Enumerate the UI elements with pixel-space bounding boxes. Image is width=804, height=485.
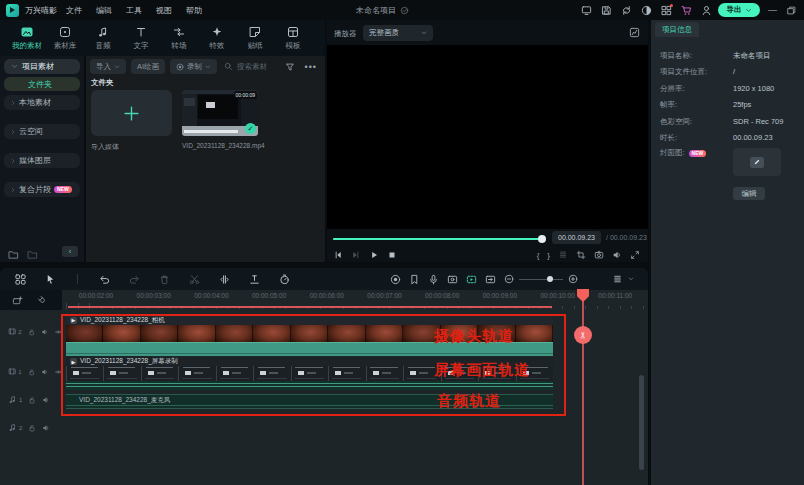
select-tool-icon[interactable] [45, 274, 56, 285]
mute-icon[interactable] [41, 328, 48, 336]
tab-贴纸[interactable]: 贴纸 [236, 20, 274, 56]
new-folder-icon[interactable] [8, 249, 19, 260]
timeline-scrollbar[interactable] [639, 375, 644, 470]
volume-icon[interactable] [612, 250, 622, 260]
cart-icon[interactable] [681, 5, 692, 16]
seek-slider[interactable] [333, 235, 545, 243]
play-icon: ▶ [70, 358, 77, 365]
crop-tool-icon[interactable] [249, 274, 260, 285]
mark-out-button[interactable]: } [547, 251, 550, 260]
play-dim-icon[interactable] [351, 250, 361, 260]
minimize-button[interactable]: — [768, 5, 777, 15]
note-icon [97, 26, 109, 38]
tab-project-info[interactable]: 项目信息 [655, 22, 699, 37]
zoom-slider[interactable] [519, 275, 563, 283]
clip-screen-audio[interactable] [66, 381, 553, 390]
stop-icon[interactable] [387, 250, 397, 260]
timeline-toolbar [0, 268, 648, 290]
marker-flag-icon[interactable] [409, 274, 420, 285]
apps-icon[interactable] [661, 5, 672, 16]
prevframe-icon[interactable] [333, 250, 343, 260]
save-icon[interactable] [601, 5, 612, 16]
sidebar-header-project-media[interactable]: 项目素材 [4, 59, 80, 74]
visibility-icon[interactable] [55, 328, 62, 336]
lock-icon[interactable] [28, 396, 36, 404]
tab-音频[interactable]: 音频 [84, 20, 122, 56]
sidebar-item-3[interactable]: 复合片段NEW [4, 182, 80, 197]
tab-转场[interactable]: 转场 [160, 20, 198, 56]
tab-我的素材[interactable]: 我的素材 [8, 20, 46, 56]
snapshot-icon[interactable] [594, 250, 604, 260]
fullscreen-icon[interactable] [630, 250, 640, 260]
magnet-icon[interactable] [37, 295, 48, 306]
zoom-in-icon[interactable] [568, 274, 578, 284]
more-options-button[interactable]: ••• [305, 62, 317, 72]
cover-thumbnail[interactable] [733, 148, 781, 176]
mute-icon[interactable] [42, 396, 50, 404]
mute-icon[interactable] [42, 424, 50, 432]
menu-1[interactable]: 编辑 [96, 5, 112, 16]
sidebar-item-folder[interactable]: 文件夹 [4, 77, 80, 91]
scopes-icon[interactable] [629, 27, 640, 38]
collapse-sidebar-button[interactable]: ‹ [62, 246, 78, 257]
mark-in-button[interactable]: { [537, 251, 540, 260]
render-icon[interactable] [390, 274, 401, 285]
lock-icon[interactable] [28, 424, 36, 432]
speed-icon[interactable] [279, 274, 290, 285]
redo-icon[interactable] [129, 274, 140, 285]
preview-render-icon[interactable] [466, 274, 477, 285]
import-media-card[interactable] [91, 90, 172, 136]
record-button[interactable]: 录制 [170, 59, 217, 74]
tab-文字[interactable]: 文字 [122, 20, 160, 56]
sidebar-item-1[interactable]: 云空间 [4, 124, 80, 139]
tab-模板[interactable]: 模板 [274, 20, 312, 56]
voiceover-icon[interactable] [428, 274, 439, 285]
play-icon[interactable] [369, 250, 379, 260]
export-button[interactable]: 导出 [718, 3, 760, 17]
seek-knob[interactable] [538, 235, 546, 243]
search-input[interactable]: 搜索素材 [224, 62, 267, 72]
clip-camera-filmstrip[interactable] [66, 325, 553, 342]
ai-paint-button[interactable]: AI绘画 [131, 59, 165, 74]
crop-icon[interactable] [576, 250, 586, 260]
filter-icon[interactable] [285, 62, 295, 72]
screen-split-icon[interactable] [447, 274, 458, 285]
contrast-icon[interactable] [641, 5, 652, 16]
add-track-icon[interactable] [12, 295, 23, 306]
edit-button[interactable]: 编辑 [733, 187, 765, 200]
quality-dropdown[interactable]: 完整画质 [363, 25, 433, 41]
track-height-icon[interactable] [612, 274, 623, 285]
menu-2[interactable]: 工具 [126, 5, 142, 16]
menu-3[interactable]: 视图 [156, 5, 172, 16]
zoom-out-icon[interactable] [504, 274, 514, 284]
export-clip-icon[interactable] [485, 274, 496, 285]
restore-button[interactable] [787, 6, 796, 15]
delete-icon[interactable] [159, 274, 170, 285]
sync-icon[interactable] [621, 5, 632, 16]
delete-folder-icon[interactable] [27, 249, 38, 260]
split-icon[interactable] [219, 274, 230, 285]
mute-icon[interactable] [41, 368, 48, 376]
media-view-icon[interactable] [15, 274, 26, 285]
cut-icon[interactable] [189, 274, 200, 285]
user-icon[interactable] [701, 5, 712, 16]
tab-素材库[interactable]: 素材库 [46, 20, 84, 56]
display-icon[interactable] [581, 5, 592, 16]
edit-cover-button[interactable] [750, 157, 764, 168]
lock-icon[interactable] [28, 368, 35, 376]
visibility-icon[interactable] [55, 368, 62, 376]
list-icon[interactable] [558, 250, 568, 260]
sidebar-item-0[interactable]: 本地素材 [4, 95, 80, 110]
video-thumbnail-card[interactable]: 00:00:09 ✓ [182, 90, 258, 136]
tab-特效[interactable]: 特效 [198, 20, 236, 56]
clip-mic-audio[interactable]: VID_20231128_234228_麦克风 [66, 394, 553, 409]
clip-camera-audio[interactable] [66, 342, 553, 356]
lock-icon[interactable] [28, 328, 35, 336]
menu-0[interactable]: 文件 [66, 5, 82, 16]
sidebar-item-2[interactable]: 媒体图层 [4, 153, 80, 168]
undo-icon[interactable] [99, 274, 110, 285]
clip-screen-filmstrip[interactable] [66, 366, 553, 381]
timeline-ruler[interactable]: 00:00:02:0000:00:03:0000:00:04:0000:00:0… [62, 290, 648, 310]
import-button[interactable]: 导入 [90, 59, 126, 74]
menu-4[interactable]: 帮助 [186, 5, 202, 16]
